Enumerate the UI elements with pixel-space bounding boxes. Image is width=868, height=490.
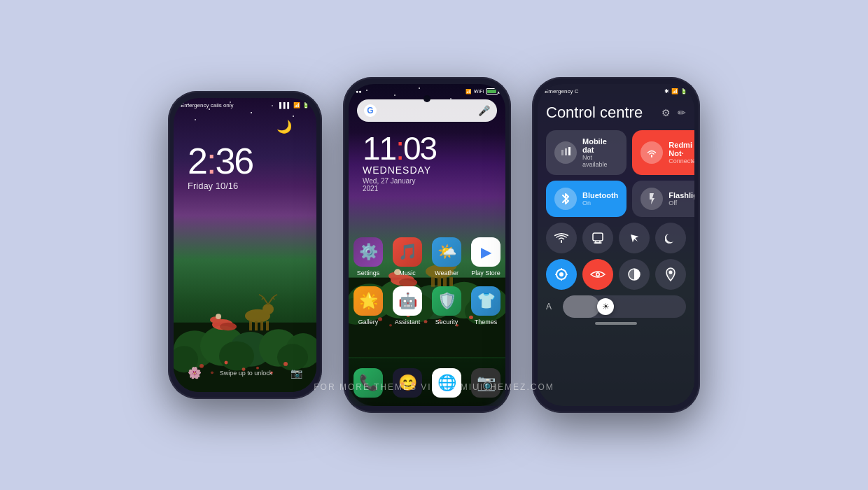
moon-icon: 🌙 [276, 119, 292, 134]
assistant-icon: 🤖 [393, 286, 422, 316]
homescreen-screen: ●● 📶 WiFi G 🎤 [349, 84, 505, 406]
cc-header-actions: ⚙ ✏ [662, 107, 686, 118]
cc-header: Control centre ⚙ ✏ [546, 104, 686, 122]
cc-brightness-thumb: ☀ [597, 298, 614, 315]
svg-rect-19 [249, 321, 252, 330]
cc-edit-icon[interactable]: ✏ [678, 107, 686, 118]
cc-bright-a: A [546, 302, 557, 312]
signal-icon: ▌▌▌ [279, 102, 291, 108]
playstore-label: Play Store [471, 270, 500, 276]
svg-point-79 [669, 271, 673, 274]
app-moji[interactable]: 😊 [393, 368, 422, 398]
phone-homescreen: ●● 📶 WiFi G 🎤 [343, 77, 511, 413]
cc-title: Control centre [546, 104, 643, 122]
cc-bluetooth-tile[interactable]: Bluetooth On [546, 181, 626, 217]
gallery-icon: 🌟 [354, 286, 383, 316]
svg-rect-66 [561, 150, 564, 155]
hs-day: WEDNESDAY [363, 164, 431, 176]
ls-swipe-text: Swipe up to unlock [220, 370, 273, 377]
mic-icon: 🎤 [478, 105, 490, 116]
svg-rect-22 [266, 321, 269, 330]
battery-icon-ls: 🔋 [302, 102, 309, 108]
hs-status-left: ●● [356, 89, 361, 94]
cc-screen-tile[interactable] [582, 223, 613, 253]
cc-brightness-row: A ☀ [546, 295, 686, 318]
settings-label: Settings [357, 270, 380, 276]
app-music[interactable]: 🎵 Music [393, 237, 422, 276]
hs-status-bar: ●● 📶 WiFi [356, 88, 498, 94]
gallery-label: Gallery [358, 318, 379, 326]
svg-point-65 [399, 278, 417, 286]
app-settings[interactable]: ⚙️ Settings [354, 237, 383, 276]
svg-rect-69 [593, 233, 603, 241]
cc-wifi-sub: Connected [668, 158, 694, 164]
ls-time: 2:36 [188, 140, 253, 182]
settings-icon: ⚙️ [354, 237, 383, 267]
cc-flashlight-sub: Off [668, 200, 694, 206]
themes-label: Themes [475, 318, 498, 326]
ls-camera-icon: 📷 [290, 368, 302, 379]
moji-icon: 😊 [393, 368, 422, 398]
themes-icon: 👕 [471, 286, 500, 316]
chrome-icon: 🌐 [432, 368, 461, 398]
hs-status-right: 📶 WiFi [465, 88, 498, 94]
music-label: Music [399, 270, 416, 276]
svg-rect-21 [260, 321, 263, 330]
cc-sun-icon: ☀ [602, 302, 610, 312]
cc-moon-tile[interactable] [655, 223, 686, 253]
app-gallery[interactable]: 🌟 Gallery [354, 286, 383, 326]
svg-rect-18 [263, 309, 269, 318]
svg-rect-68 [568, 147, 570, 155]
svg-rect-52 [431, 277, 435, 287]
weather-label: Weather [435, 270, 458, 276]
ls-bottom-bar: 🌸 Swipe up to unlock 📷 [174, 366, 316, 379]
cc-top-grid: Mobile dat Not available Redmi Not· [546, 130, 686, 217]
cc-settings-icon[interactable]: ⚙ [662, 107, 671, 118]
hs-battery [486, 88, 498, 94]
svg-point-10 [225, 361, 228, 365]
cc-wifi-text: Redmi Not· Connected [668, 141, 694, 164]
svg-point-12 [284, 362, 288, 366]
cc-wifi-name: Redmi Not· [668, 141, 694, 158]
wifi-icon: 📶 [293, 102, 300, 108]
cc-medium-grid [546, 259, 686, 290]
cc-location-tile[interactable] [655, 259, 686, 290]
svg-line-24 [259, 295, 263, 298]
cc-bluetooth-sub: On [582, 200, 618, 206]
cc-bluetooth-text: Bluetooth On [582, 191, 618, 206]
cc-brightness-fill [563, 295, 600, 318]
app-playstore[interactable]: ▶ Play Store [471, 237, 500, 276]
cc-wifi-small[interactable] [546, 223, 577, 253]
weather-icon: 🌤️ [432, 237, 461, 267]
cc-invert-tile[interactable] [619, 259, 650, 290]
cc-wifi-tile[interactable]: Redmi Not· Connected [632, 130, 694, 175]
cc-focus-tile[interactable] [546, 259, 577, 290]
app-chrome[interactable]: 🌐 [432, 368, 461, 398]
cc-flashlight-tile[interactable]: Flashlight Off [632, 181, 694, 217]
hs-colon: : [396, 130, 403, 167]
svg-rect-54 [443, 277, 447, 287]
cc-home-indicator [595, 322, 637, 325]
cc-brightness-slider[interactable]: ☀ [563, 295, 686, 318]
app-security[interactable]: 🛡️ Security [432, 286, 461, 326]
hs-search-bar[interactable]: G 🎤 [357, 99, 497, 122]
svg-line-23 [263, 297, 268, 304]
google-icon: G [364, 104, 377, 117]
hs-sim-icon: 📶 [465, 89, 472, 94]
cc-small-grid [546, 223, 686, 253]
app-assistant[interactable]: 🤖 Assistant [393, 286, 422, 326]
cc-mobile-data-icon [554, 141, 577, 164]
app-themes[interactable]: 👕 Themes [471, 286, 500, 326]
phone-icon: 📞 [354, 368, 383, 398]
hs-hour: 11 [363, 130, 396, 167]
svg-line-27 [273, 295, 277, 298]
phones-container: 🌙 Emergency calls only ▌▌▌ 📶 🔋 2:36 Frid… [168, 77, 700, 413]
cc-eye-tile[interactable] [582, 259, 613, 290]
cc-mobile-data-tile[interactable]: Mobile dat Not available [546, 130, 626, 175]
app-camera[interactable]: 📷 [471, 368, 500, 398]
apps-row-3: 📞 😊 🌐 📷 [349, 368, 505, 398]
security-icon: 🛡️ [432, 286, 461, 316]
cc-airplane-tile[interactable] [619, 223, 650, 253]
app-weather[interactable]: 🌤️ Weather [432, 237, 461, 276]
app-phone[interactable]: 📞 [354, 368, 383, 398]
